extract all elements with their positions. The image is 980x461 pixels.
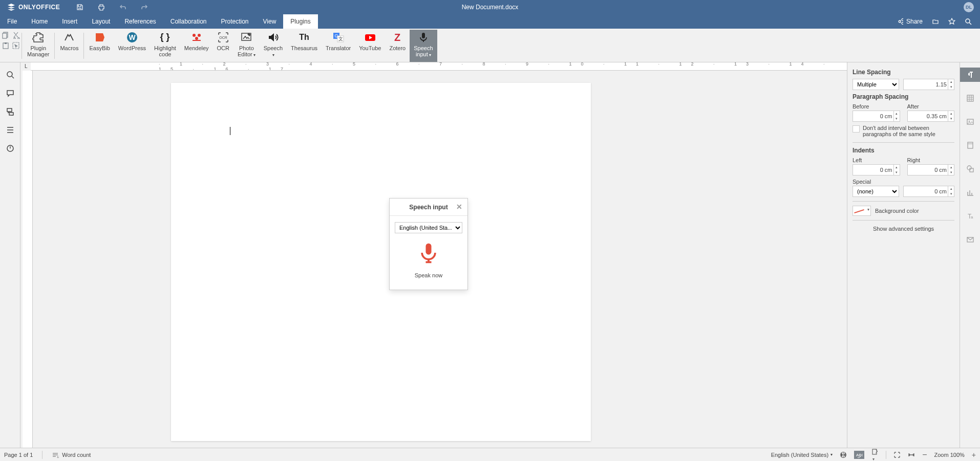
macros-label: Macros [60, 45, 78, 51]
tab-layout[interactable]: Layout [84, 14, 117, 29]
chart-settings-icon[interactable] [960, 185, 981, 200]
shape-settings-icon[interactable] [960, 162, 981, 176]
svg-text:ABC: ABC [856, 453, 863, 457]
indent-right-input[interactable]: 0 cm▴▾ [907, 164, 955, 175]
fit-width-icon[interactable] [908, 451, 915, 458]
redo-icon[interactable] [141, 4, 148, 11]
highlight-code-label: Highlight code [154, 45, 176, 57]
svg-rect-5 [5, 42, 7, 44]
microphone-icon[interactable] [417, 242, 440, 264]
table-settings-icon[interactable] [960, 91, 981, 105]
tab-insert[interactable]: Insert [55, 14, 84, 29]
thesaurus-button[interactable]: Th Thesaurus [287, 30, 322, 62]
cut-icon[interactable] [12, 32, 20, 39]
line-spacing-type-select[interactable]: Multiple [853, 79, 899, 90]
paragraph-settings-icon[interactable] [960, 68, 981, 82]
feedback-icon[interactable] [6, 144, 14, 152]
mailmerge-settings-icon[interactable] [960, 232, 981, 247]
speech-label: Speech▾ [264, 45, 283, 58]
wordcount-label[interactable]: Word count [62, 452, 91, 458]
tab-references[interactable]: References [117, 14, 163, 29]
select-all-icon[interactable] [12, 42, 20, 49]
tab-plugins[interactable]: Plugins [283, 14, 317, 29]
before-label: Before [853, 103, 900, 109]
set-doc-language-icon[interactable] [840, 451, 847, 458]
wordcount-icon: 123 [52, 451, 59, 458]
tab-protection[interactable]: Protection [214, 14, 256, 29]
zoom-out-icon[interactable]: − [922, 450, 927, 459]
svg-text:Z: Z [394, 32, 400, 43]
left-icon-panel [0, 62, 20, 448]
svg-text:文: 文 [338, 36, 343, 41]
spacing-before-input[interactable]: 0 cm▴▾ [853, 111, 900, 122]
undo-icon[interactable] [119, 4, 126, 11]
svg-text:W: W [129, 33, 136, 41]
thesaurus-label: Thesaurus [291, 45, 317, 51]
favorite-icon[interactable] [948, 18, 955, 25]
special-indent-input[interactable]: 0 cm▴▾ [903, 186, 955, 197]
copy-icon[interactable] [2, 32, 10, 39]
no-interval-checkbox[interactable]: Don't add interval between paragraphs of… [853, 125, 954, 137]
document-page[interactable] [171, 83, 591, 441]
search-icon[interactable] [965, 18, 972, 25]
show-advanced-settings-link[interactable]: Show advanced settings [853, 226, 954, 232]
tab-file[interactable]: File [0, 14, 24, 29]
indent-left-input[interactable]: 0 cm▴▾ [853, 164, 900, 175]
paste-icon[interactable] [2, 42, 10, 49]
speech-input-panel: Speech input ✕ English (United Sta... Sp… [389, 198, 468, 290]
translator-button[interactable]: G文 Translator [322, 30, 355, 62]
speech-input-label: Speech input▾ [414, 45, 433, 58]
highlight-code-button[interactable]: { } Highlight code [150, 30, 180, 62]
vertical-ruler[interactable] [23, 71, 33, 448]
status-bar: Page 1 of 1 123 Word count English (Unit… [0, 448, 980, 461]
svg-point-23 [7, 72, 12, 77]
speech-panel-title: Speech input [409, 204, 448, 211]
header-footer-icon[interactable] [960, 138, 981, 152]
svg-rect-28 [426, 244, 432, 255]
zotero-button[interactable]: Z Zotero [385, 30, 410, 62]
background-color-swatch[interactable] [853, 206, 871, 216]
close-icon[interactable]: ✕ [456, 203, 462, 211]
wordpress-button[interactable]: W WordPress [114, 30, 150, 62]
doc-language-button[interactable]: English (United States) ▾ [771, 452, 833, 458]
open-location-icon[interactable] [932, 18, 939, 25]
speech-button[interactable]: Speech▾ [260, 30, 287, 62]
save-icon[interactable] [76, 4, 83, 11]
tab-collaboration[interactable]: Collaboration [163, 14, 214, 29]
share-button[interactable]: Share [896, 18, 923, 25]
photo-editor-button[interactable]: Photo Editor▾ [233, 30, 260, 62]
youtube-label: YouTube [359, 45, 381, 51]
line-spacing-value-input[interactable]: 1.15▴▾ [903, 79, 955, 90]
macros-button[interactable]: Macros [56, 30, 82, 62]
spacing-after-input[interactable]: 0.35 cm▴▾ [907, 111, 955, 122]
ocr-label: OCR [217, 45, 229, 51]
ribbon-plugins: Plugin Manager Macros EasyBib W WordPres… [0, 29, 980, 62]
wordpress-label: WordPress [118, 45, 146, 51]
fit-page-icon[interactable] [893, 451, 901, 458]
zoom-label[interactable]: Zoom 100% [934, 452, 965, 458]
easybib-button[interactable]: EasyBib [85, 30, 114, 62]
comments-icon[interactable] [6, 89, 14, 97]
tab-view[interactable]: View [256, 14, 284, 29]
mendeley-button[interactable]: Mendeley [180, 30, 213, 62]
spellcheck-icon[interactable]: ABC [854, 451, 864, 459]
user-avatar[interactable]: DL [964, 2, 974, 12]
speech-input-button[interactable]: Speech input▾ [410, 30, 437, 62]
ocr-button[interactable]: OCR OCR [213, 30, 233, 62]
special-indent-select[interactable]: (none) [853, 186, 899, 197]
image-settings-icon[interactable] [960, 115, 981, 129]
indent-right-label: Right [907, 157, 955, 163]
zoom-in-icon[interactable]: + [972, 451, 976, 459]
youtube-button[interactable]: YouTube [355, 30, 385, 62]
track-changes-icon[interactable]: ▾ [871, 448, 879, 462]
tab-home[interactable]: Home [24, 14, 55, 29]
find-icon[interactable] [6, 71, 14, 79]
print-icon[interactable] [98, 4, 105, 11]
brand-label: ONLYOFFICE [18, 4, 60, 11]
chat-icon[interactable] [6, 107, 14, 116]
textart-settings-icon[interactable]: Ta [960, 209, 981, 223]
speech-language-select[interactable]: English (United Sta... [395, 222, 462, 233]
plugin-manager-button[interactable]: Plugin Manager [23, 30, 53, 62]
navigation-icon[interactable] [6, 126, 14, 134]
page-status[interactable]: Page 1 of 1 [4, 452, 33, 458]
